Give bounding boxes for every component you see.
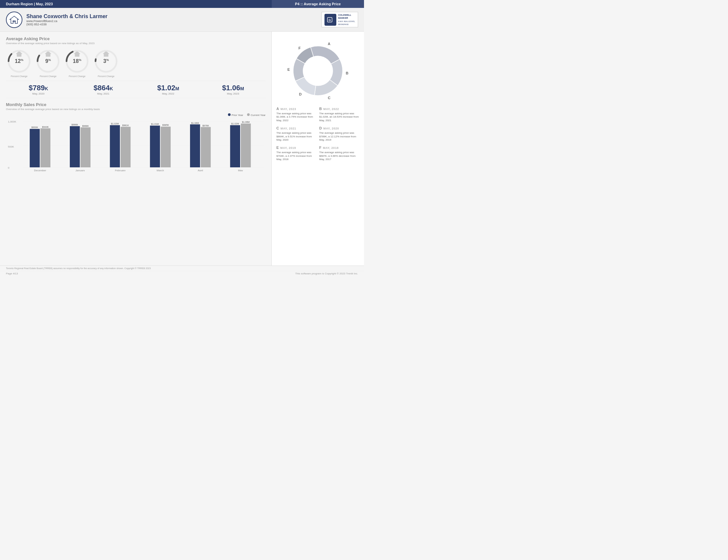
price-item-3: $1.06M May, 2023	[201, 84, 266, 95]
svg-text:February: February	[115, 169, 126, 171]
legend-item-d: D MAY, 2020 The average asking price was…	[319, 125, 359, 142]
agent-phone: (905) 852-4338	[26, 23, 322, 26]
agent-name: Shane Coxworth & Chris Larmer	[26, 14, 322, 19]
svg-rect-47	[230, 125, 240, 167]
svg-text:B: B	[346, 71, 349, 75]
main-content: Average Asking Price Overview of the ave…	[0, 32, 364, 266]
cb-logo-svg: G	[327, 16, 334, 23]
legend-item-a: A MAY, 2023 The average asking price was…	[276, 105, 317, 122]
svg-text:$1.01M: $1.01M	[151, 123, 159, 125]
svg-text:$1.02M: $1.02M	[231, 123, 239, 125]
svg-rect-42	[190, 125, 200, 167]
svg-text:$996K: $996K	[71, 124, 78, 126]
left-panel: Average Asking Price Overview of the ave…	[0, 32, 272, 266]
svg-text:G: G	[328, 18, 331, 22]
avg-asking-subtitle: Overview of the average asking price bas…	[6, 42, 266, 45]
page-left: Page 4/13	[6, 272, 18, 275]
agent-info: Shane Coxworth & Chris Larmer www.Powero…	[26, 14, 322, 26]
price-item-1: $864K May, 2021	[71, 84, 136, 95]
svg-rect-32	[110, 125, 120, 167]
gauges-row: 12% Percent Change 9% Percent Change	[6, 48, 266, 77]
svg-rect-23	[41, 128, 50, 167]
logo-circle: GS	[6, 12, 22, 28]
monthly-title: Monthly Sales Price	[6, 102, 266, 107]
gauge-item-2: 18% Percent Change	[64, 48, 90, 77]
legend-grid: A MAY, 2023 The average asking price was…	[276, 105, 359, 161]
footer-disclaimer: Toronto Regional Real Estate Board (TRRE…	[0, 266, 364, 271]
svg-rect-33	[121, 127, 130, 167]
legend-item-f: F MAY, 2018 The average asking price was…	[319, 144, 359, 161]
right-panel: ABCDEF A MAY, 2023 The average asking pr…	[272, 32, 364, 266]
donut-container: ABCDEF	[276, 36, 359, 102]
svg-text:$1.06M: $1.06M	[242, 121, 250, 123]
footer-pages: Page 4/13 This software program is Copyr…	[0, 271, 364, 276]
monthly-subtitle: Overview of the average average price ba…	[6, 108, 266, 111]
svg-text:$976K: $976K	[202, 125, 209, 127]
svg-text:December: December	[34, 169, 46, 171]
logo-icon: GS	[9, 15, 19, 25]
svg-text:January: January	[75, 169, 85, 171]
svg-text:C: C	[328, 96, 330, 100]
avg-asking-title: Average Asking Price	[6, 36, 266, 41]
cb-icon: G	[324, 14, 336, 26]
svg-text:GS: GS	[13, 20, 16, 22]
svg-text:$930K: $930K	[31, 126, 38, 128]
svg-rect-37	[150, 126, 160, 167]
svg-text:April: April	[198, 169, 203, 171]
legend-item-e: E MAY, 2019 The average asking price was…	[276, 144, 317, 161]
svg-rect-43	[201, 127, 210, 167]
price-item-0: $789K May, 2020	[6, 84, 71, 95]
coldwell-logo: G COLDWELLBANKERR.M.R. REAL ESTATE,BROKE…	[322, 12, 358, 27]
chart-svg: 1,000K 500K 0 $930K$944KDecember$996K$96…	[6, 119, 266, 171]
svg-text:$968K: $968K	[82, 125, 89, 127]
gauge-item-3: 3% Percent Change	[93, 48, 119, 77]
cb-text: COLDWELLBANKERR.M.R. REAL ESTATE,BROKERA…	[338, 14, 355, 25]
svg-text:F: F	[298, 46, 301, 50]
donut-chart-svg: ABCDEF	[285, 36, 351, 102]
gauge-item-0: 12% Percent Change	[6, 48, 32, 77]
svg-text:A: A	[328, 42, 330, 46]
chart-legend: Prior Year Current Year	[6, 113, 266, 117]
svg-text:1,000K: 1,000K	[8, 120, 16, 123]
svg-text:May: May	[238, 169, 243, 171]
page-title: P4 :: Average Asking Price	[272, 0, 364, 8]
svg-text:500K: 500K	[8, 145, 14, 148]
header-main: GS Shane Coxworth & Chris Larmer www.Pow…	[0, 8, 364, 32]
svg-text:0: 0	[8, 166, 10, 169]
svg-rect-28	[80, 127, 90, 167]
prices-row: $789K May, 2020 $864K May, 2021 $1.02M M…	[6, 81, 266, 98]
legend-current: Current Year	[247, 113, 266, 117]
page-right: This software program is Copyright © 202…	[295, 272, 358, 275]
bar-chart: 1,000K 500K 0 $930K$944KDecember$996K$96…	[6, 119, 266, 171]
legend-item-b: B MAY, 2022 The average asking price was…	[319, 105, 359, 122]
svg-text:$944K: $944K	[42, 126, 49, 128]
region-date: Durham Region | May, 2023	[0, 2, 272, 6]
legend-prior: Prior Year	[228, 113, 243, 117]
svg-rect-22	[30, 129, 40, 167]
svg-text:$981K: $981K	[122, 124, 129, 126]
svg-rect-38	[161, 126, 171, 167]
svg-rect-48	[241, 124, 251, 167]
svg-text:March: March	[157, 169, 164, 171]
svg-text:$1.04M: $1.04M	[191, 122, 199, 124]
legend-item-c: C MAY, 2021 The average asking price was…	[276, 125, 317, 142]
gauge-item-1: 9% Percent Change	[35, 48, 61, 77]
svg-text:D: D	[299, 92, 302, 96]
svg-text:E: E	[287, 68, 290, 71]
price-item-2: $1.02M May, 2022	[136, 84, 201, 95]
svg-text:$985K: $985K	[162, 124, 169, 126]
svg-text:$1.02M: $1.02M	[111, 123, 119, 125]
agent-website: www.PowerofBluex2.ca	[26, 19, 322, 23]
svg-rect-27	[70, 126, 80, 167]
